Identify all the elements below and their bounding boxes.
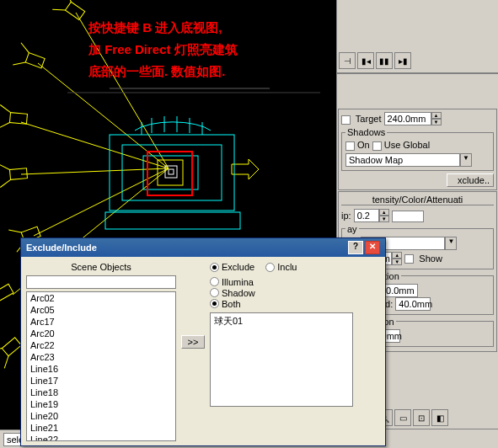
spinner-up-icon[interactable]: ▲ [431, 112, 442, 119]
svg-line-17 [0, 301, 3, 312]
illumination-radio[interactable] [210, 277, 219, 286]
transfer-right-button[interactable]: >> [181, 335, 205, 349]
svg-line-8 [0, 121, 9, 129]
svg-line-13 [8, 227, 21, 237]
scene-objects-column: Scene Objects Arc02Arc05Arc17Arc20Arc22A… [26, 262, 176, 441]
near-end-value[interactable]: 40.0mm [395, 297, 431, 311]
svg-rect-0 [65, 2, 84, 19]
dialog-title: Exclude/Include [26, 243, 97, 253]
shadows-global-row: Use Global [372, 140, 430, 150]
list-item[interactable]: Arc22 [27, 339, 175, 351]
svg-rect-31 [105, 212, 240, 229]
shadow-type-dropdown[interactable]: Shadow Map ▼ [345, 153, 472, 167]
list-item[interactable]: Arc02 [27, 292, 175, 304]
list-item[interactable]: Line19 [27, 398, 175, 410]
included-list[interactable]: 球天01 [210, 312, 353, 407]
list-item[interactable]: Line16 [27, 363, 175, 375]
list-item[interactable]: Arc05 [27, 304, 175, 316]
list-item[interactable]: Line17 [27, 375, 175, 387]
view-icon[interactable]: ◧ [431, 409, 448, 426]
svg-line-10 [0, 163, 9, 170]
list-item[interactable]: Line20 [27, 410, 175, 422]
list-item[interactable]: Arc17 [27, 316, 175, 328]
svg-line-5 [13, 58, 25, 68]
target-row: Target 240.0mm ▲▼ [341, 114, 442, 124]
svg-rect-3 [25, 53, 45, 68]
shadow-radio-row[interactable]: Shadow [210, 288, 380, 298]
svg-line-4 [19, 43, 31, 53]
exclude-radio[interactable] [210, 263, 219, 272]
target-value[interactable]: 240.0mm [384, 112, 431, 125]
shadows-on-checkbox[interactable] [345, 141, 355, 151]
list-item[interactable]: Arc23 [27, 351, 175, 363]
svg-line-2 [52, 4, 65, 16]
dialog-close-button[interactable]: ✕ [365, 241, 380, 254]
svg-line-7 [0, 104, 11, 112]
list-item[interactable]: Line21 [27, 422, 175, 434]
spinner-down-icon[interactable]: ▼ [431, 119, 442, 125]
multiplier-value[interactable]: 0.2 [354, 209, 379, 222]
chevron-down-icon[interactable]: ▼ [460, 153, 472, 167]
field-icon[interactable]: ⊡ [413, 409, 430, 426]
toolbar-pin-icon[interactable]: ⊣ [339, 52, 356, 69]
shadows-global-checkbox[interactable] [372, 141, 382, 151]
list-item[interactable]: Line18 [27, 387, 175, 398]
include-radio[interactable] [265, 263, 275, 272]
svg-line-11 [0, 179, 11, 187]
toolbar-play-icon[interactable]: ▮▮ [376, 52, 393, 69]
mode-radios: Exclude Inclu [210, 262, 380, 274]
scene-objects-label: Scene Objects [26, 262, 176, 272]
instruction-text-1: 按快捷键 B 进入底视图, [88, 20, 222, 36]
decay-legend: ay [345, 224, 359, 234]
decay-show-checkbox[interactable] [404, 254, 414, 264]
svg-rect-6 [9, 113, 27, 125]
shadows-legend: Shadows [345, 127, 387, 137]
panel-toolbar: ⊣ ▮◂ ▮▮ ▸▮ [337, 0, 498, 74]
chevron-down-icon[interactable]: ▼ [445, 237, 457, 250]
toolbar-next-icon[interactable]: ▸▮ [394, 52, 411, 69]
general-params-section: Target 240.0mm ▲▼ Shadows On Use Global … [338, 109, 497, 190]
include-radio-row[interactable]: Inclu [265, 262, 297, 272]
transfer-buttons: >> << [181, 262, 205, 441]
exclude-include-dialog: Exclude/Include ? ✕ Scene Objects Arc02A… [20, 237, 386, 446]
both-radio[interactable] [210, 299, 219, 308]
svg-line-1 [62, 0, 75, 2]
instruction-text-2: 加 Free Direct 灯照亮建筑 [88, 42, 238, 58]
svg-rect-18 [2, 338, 21, 356]
scene-objects-list[interactable]: Arc02Arc05Arc17Arc20Arc22Arc23Line16Line… [26, 291, 176, 441]
illum-radio-row[interactable]: Illumina [210, 277, 380, 287]
multiplier-label: ip: [341, 211, 351, 221]
dialog-titlebar[interactable]: Exclude/Include ? ✕ [21, 238, 385, 257]
both-radio-row[interactable]: Both [210, 299, 380, 309]
svg-line-20 [0, 356, 13, 368]
spinner-down-icon[interactable]: ▼ [379, 216, 389, 222]
target-label: Target [356, 114, 382, 124]
near-start-value[interactable]: 0.0mm [383, 284, 418, 297]
exclude-radio-row[interactable]: Exclude [210, 262, 254, 272]
svg-rect-15 [0, 284, 13, 301]
highlight-viewport-center [147, 151, 193, 196]
affect-radios: Illumina Shadow Both [210, 277, 380, 309]
shadows-on-row: On [345, 140, 370, 150]
intensity-legend: tensity/Color/Attenuati [341, 195, 494, 205]
search-input[interactable] [26, 275, 176, 289]
exclude-button[interactable]: xclude.. [447, 173, 494, 187]
color-swatch[interactable] [392, 211, 424, 222]
dialog-help-button[interactable]: ? [348, 241, 363, 254]
shadow-type-value: Shadow Map [345, 153, 460, 167]
instruction-text-3: 底部的一些面. 数值如图. [88, 64, 226, 80]
svg-line-19 [0, 343, 2, 355]
list-item[interactable]: Arc20 [27, 328, 175, 339]
dialog-right-column: Exclude Inclu Illumina Shadow Both 球天01 [210, 262, 380, 441]
spinner-up-icon[interactable]: ▲ [379, 209, 389, 216]
shadows-fieldset: Shadows On Use Global Shadow Map ▼ [341, 127, 494, 171]
toolbar-prev-icon[interactable]: ▮◂ [357, 52, 374, 69]
list-item[interactable]: Line22 [27, 434, 175, 441]
shadow-radio[interactable] [210, 288, 219, 297]
region-icon[interactable]: ▭ [394, 409, 411, 426]
target-checkbox[interactable] [341, 115, 351, 125]
included-item[interactable]: 球天01 [211, 313, 352, 329]
